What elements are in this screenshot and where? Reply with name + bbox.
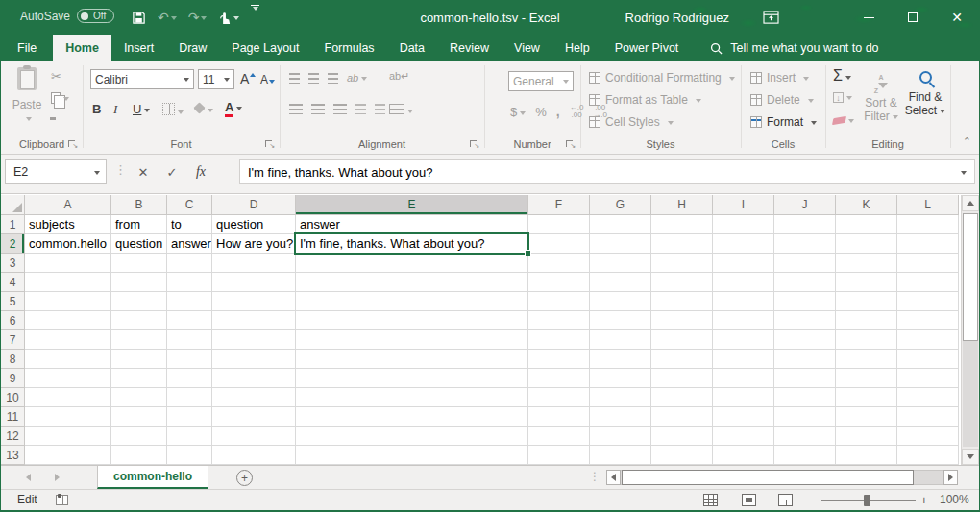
cell-J7[interactable] [774, 330, 836, 350]
tab-view[interactable]: View [502, 35, 552, 61]
cell-B4[interactable] [111, 273, 167, 292]
cell-C9[interactable] [167, 369, 212, 388]
row-header-5[interactable]: 5 [1, 292, 25, 311]
cell-D10[interactable] [212, 388, 296, 407]
cell-C13[interactable] [167, 446, 212, 465]
cell-I2[interactable] [713, 234, 774, 254]
tab-help[interactable]: Help [552, 35, 602, 61]
cell-F12[interactable] [528, 427, 590, 446]
cell-I6[interactable] [713, 311, 774, 330]
cell-K2[interactable] [836, 234, 897, 254]
cell-D2[interactable]: How are you? [212, 234, 296, 254]
vertical-scrollbar[interactable] [961, 195, 979, 465]
save-button[interactable] [128, 5, 150, 30]
select-all-corner[interactable] [1, 195, 25, 215]
underline-dropdown-icon[interactable] [144, 109, 150, 115]
tab-review[interactable]: Review [437, 35, 502, 61]
cell-H10[interactable] [651, 388, 713, 407]
number-format-combo[interactable]: General [508, 71, 574, 91]
cell-G4[interactable] [590, 273, 651, 292]
cell-L11[interactable] [897, 407, 959, 427]
format-as-table-button[interactable]: Format as Table [589, 93, 701, 107]
column-header-F[interactable]: F [528, 195, 590, 215]
cell-I4[interactable] [713, 273, 774, 292]
cell-J2[interactable] [774, 234, 836, 254]
cell-D9[interactable] [212, 369, 296, 388]
cell-K10[interactable] [836, 388, 897, 407]
delete-cells-button[interactable]: Delete [750, 93, 814, 107]
cell-F4[interactable] [528, 273, 590, 292]
cell-B3[interactable] [111, 254, 167, 273]
column-header-H[interactable]: H [651, 195, 713, 215]
autosave-toggle[interactable]: AutoSave Off [20, 9, 114, 23]
cell-L8[interactable] [897, 350, 959, 369]
cell-E1[interactable]: answer [296, 215, 528, 234]
cell-D3[interactable] [212, 254, 296, 273]
prev-sheet-button[interactable] [18, 466, 38, 489]
increase-indent-button[interactable] [375, 104, 385, 114]
copy-button[interactable] [51, 92, 69, 104]
align-right-button[interactable] [333, 104, 347, 114]
autosave-pill[interactable]: Off [77, 9, 114, 23]
cell-B8[interactable] [111, 350, 167, 369]
cut-button[interactable]: ✂ [51, 69, 61, 84]
cell-F7[interactable] [528, 330, 590, 350]
cell-C8[interactable] [167, 350, 212, 369]
row-header-13[interactable]: 13 [1, 446, 25, 465]
cell-C3[interactable] [167, 254, 212, 273]
decrease-font-size-button[interactable]: A [260, 73, 274, 86]
touch-mouse-mode-button[interactable] [214, 5, 243, 30]
redo-dropdown-icon[interactable] [201, 16, 207, 23]
cell-E11[interactable] [296, 407, 528, 427]
tab-data[interactable]: Data [387, 35, 437, 61]
percent-style-button[interactable]: % [535, 105, 547, 119]
sheet-tab-common-hello[interactable]: common-hello [97, 466, 208, 489]
font-color-button[interactable]: A [225, 101, 242, 114]
cell-B7[interactable] [111, 330, 167, 350]
cell-E2[interactable]: I'm fine, thanks. What about you? [296, 234, 528, 254]
cell-K3[interactable] [836, 254, 897, 273]
tab-page-layout[interactable]: Page Layout [219, 35, 311, 61]
cell-A5[interactable] [25, 292, 111, 311]
scroll-right-button[interactable] [943, 470, 958, 485]
next-sheet-button[interactable] [47, 466, 67, 489]
cell-H3[interactable] [651, 254, 713, 273]
cell-G10[interactable] [590, 388, 651, 407]
cell-J12[interactable] [774, 427, 836, 446]
new-sheet-button[interactable]: + [236, 470, 253, 486]
zoom-slider-thumb[interactable] [864, 495, 870, 506]
cell-L13[interactable] [897, 446, 959, 465]
cell-L12[interactable] [897, 427, 959, 446]
cell-K12[interactable] [836, 427, 897, 446]
cell-A10[interactable] [25, 388, 111, 407]
align-left-button[interactable] [289, 104, 303, 114]
cell-B9[interactable] [111, 369, 167, 388]
insert-function-button[interactable]: fx [187, 160, 214, 183]
cell-I9[interactable] [713, 369, 774, 388]
vertical-scroll-track[interactable] [963, 341, 978, 447]
column-header-I[interactable]: I [713, 195, 774, 215]
clear-dropdown-icon[interactable] [848, 119, 854, 126]
cell-F13[interactable] [528, 446, 590, 465]
cell-C10[interactable] [167, 388, 212, 407]
row-header-3[interactable]: 3 [1, 254, 25, 273]
tab-insert[interactable]: Insert [111, 35, 166, 61]
alignment-dialog-launcher[interactable] [470, 140, 479, 150]
column-header-A[interactable]: A [25, 195, 111, 215]
insert-cells-button[interactable]: Insert [750, 71, 809, 85]
macro-record-icon[interactable] [56, 495, 68, 505]
cell-A4[interactable] [25, 273, 111, 292]
font-size-combo[interactable]: 11 [198, 69, 234, 89]
cell-D4[interactable] [212, 273, 296, 292]
clipboard-dialog-launcher[interactable] [68, 140, 78, 150]
page-break-preview-button[interactable] [778, 494, 793, 506]
borders-button[interactable] [162, 103, 184, 118]
minimize-button[interactable] [846, 0, 891, 35]
cell-C4[interactable] [167, 273, 212, 292]
cell-E10[interactable] [296, 388, 528, 407]
cell-L9[interactable] [897, 369, 959, 388]
cell-A8[interactable] [25, 350, 111, 369]
cell-H5[interactable] [651, 292, 713, 311]
cell-A1[interactable]: subjects [25, 215, 111, 234]
cell-C1[interactable]: to [167, 215, 212, 234]
